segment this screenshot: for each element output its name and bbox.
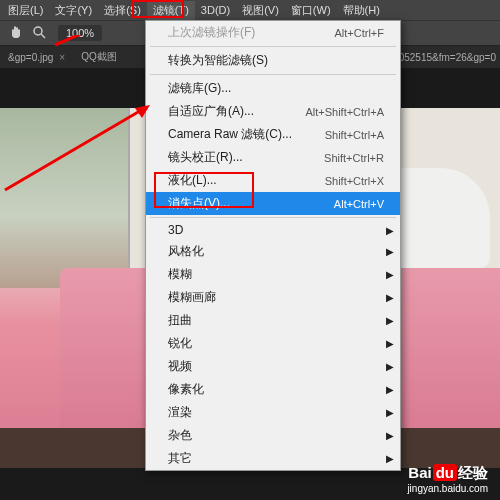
menu-item-label: 模糊画廊: [168, 289, 216, 306]
chevron-right-icon: ▶: [386, 384, 394, 395]
menu-item-label: 渲染: [168, 404, 192, 421]
menu-video-sub[interactable]: 视频▶: [146, 355, 400, 378]
menu-separator: [150, 217, 396, 218]
chevron-right-icon: ▶: [386, 338, 394, 349]
menu-filter-gallery[interactable]: 滤镜库(G)...: [146, 77, 400, 100]
annotation-arrow-icon: [0, 100, 160, 195]
menu-distort-sub[interactable]: 扭曲▶: [146, 309, 400, 332]
menu-smart-filter[interactable]: 转换为智能滤镜(S): [146, 49, 400, 72]
menu-separator: [150, 46, 396, 47]
menu-item-label: 转换为智能滤镜(S): [168, 52, 268, 69]
svg-point-0: [34, 27, 42, 35]
watermark-brand-bai: Bai: [408, 464, 431, 481]
menu-stylize-sub[interactable]: 风格化▶: [146, 240, 400, 263]
watermark-brand-suffix: 经验: [458, 464, 488, 481]
menu-item-label: 锐化: [168, 335, 192, 352]
watermark: Baidu经验 jingyan.baidu.com: [407, 464, 488, 494]
menu-item-label: 3D: [168, 223, 183, 237]
chevron-right-icon: ▶: [386, 269, 394, 280]
menu-window[interactable]: 窗口(W): [285, 1, 337, 20]
annotation-box-filter: [132, 0, 184, 18]
menu-other-sub[interactable]: 其它▶: [146, 447, 400, 470]
zoom-tool-icon[interactable]: [30, 23, 50, 43]
menu-item-label: 像素化: [168, 381, 204, 398]
menu-3d-sub[interactable]: 3D▶: [146, 220, 400, 240]
svg-line-2: [5, 108, 145, 190]
chevron-right-icon: ▶: [386, 315, 394, 326]
annotation-box-items: [154, 172, 254, 208]
menu-text[interactable]: 文字(Y): [49, 1, 98, 20]
menu-sharpen-sub[interactable]: 锐化▶: [146, 332, 400, 355]
menu-noise-sub[interactable]: 杂色▶: [146, 424, 400, 447]
menu-item-label: 其它: [168, 450, 192, 467]
menu-pixelate-sub[interactable]: 像素化▶: [146, 378, 400, 401]
svg-line-1: [41, 34, 45, 38]
chevron-right-icon: ▶: [386, 361, 394, 372]
menu-item-shortcut: Shift+Ctrl+A: [325, 129, 384, 141]
menu-item-shortcut: Alt+Shift+Ctrl+A: [305, 106, 384, 118]
menu-item-label: 镜头校正(R)...: [168, 149, 243, 166]
menu-help[interactable]: 帮助(H): [337, 1, 386, 20]
menu-last-filter: 上次滤镜操作(F) Alt+Ctrl+F: [146, 21, 400, 44]
menu-item-label: 模糊: [168, 266, 192, 283]
chevron-right-icon: ▶: [386, 453, 394, 464]
annotation-arrow-icon: [50, 35, 140, 55]
menu-item-label: 杂色: [168, 427, 192, 444]
tab-label: &gp=0.jpg: [8, 52, 53, 63]
watermark-logo: Baidu经验: [407, 464, 488, 483]
chevron-right-icon: ▶: [386, 225, 394, 236]
chevron-right-icon: ▶: [386, 407, 394, 418]
menu-item-label: 自适应广角(A)...: [168, 103, 254, 120]
menu-item-shortcut: Alt+Ctrl+V: [334, 198, 384, 210]
menu-item-label: 视频: [168, 358, 192, 375]
menu-separator: [150, 74, 396, 75]
menu-lens-correction[interactable]: 镜头校正(R)... Shift+Ctrl+R: [146, 146, 400, 169]
tab-overflow-label: 32052515&fm=26&gp=0: [384, 52, 500, 63]
menu-render-sub[interactable]: 渲染▶: [146, 401, 400, 424]
chevron-right-icon: ▶: [386, 292, 394, 303]
filter-dropdown: 上次滤镜操作(F) Alt+Ctrl+F 转换为智能滤镜(S) 滤镜库(G)..…: [145, 20, 401, 471]
hand-tool-icon[interactable]: [6, 23, 26, 43]
menu-item-shortcut: Alt+Ctrl+F: [334, 27, 384, 39]
chevron-right-icon: ▶: [386, 246, 394, 257]
menu-blur-sub[interactable]: 模糊▶: [146, 263, 400, 286]
menu-layer[interactable]: 图层(L): [2, 1, 49, 20]
menu-item-label: 滤镜库(G)...: [168, 80, 231, 97]
watermark-brand-du: du: [433, 464, 457, 481]
menu-adaptive-wide[interactable]: 自适应广角(A)... Alt+Shift+Ctrl+A: [146, 100, 400, 123]
menu-blur-gallery-sub[interactable]: 模糊画廊▶: [146, 286, 400, 309]
menu-item-shortcut: Shift+Ctrl+R: [324, 152, 384, 164]
menu-view[interactable]: 视图(V): [236, 1, 285, 20]
watermark-url: jingyan.baidu.com: [407, 483, 488, 494]
svg-line-4: [55, 35, 125, 45]
menu-item-label: 风格化: [168, 243, 204, 260]
menu-item-shortcut: Shift+Ctrl+X: [325, 175, 384, 187]
menu-camera-raw[interactable]: Camera Raw 滤镜(C)... Shift+Ctrl+A: [146, 123, 400, 146]
menu-3d[interactable]: 3D(D): [195, 2, 236, 18]
menubar: 图层(L) 文字(Y) 选择(S) 滤镜(T) 3D(D) 视图(V) 窗口(W…: [0, 0, 500, 20]
menu-item-label: 上次滤镜操作(F): [168, 24, 255, 41]
chevron-right-icon: ▶: [386, 430, 394, 441]
menu-item-label: Camera Raw 滤镜(C)...: [168, 126, 292, 143]
menu-item-label: 扭曲: [168, 312, 192, 329]
